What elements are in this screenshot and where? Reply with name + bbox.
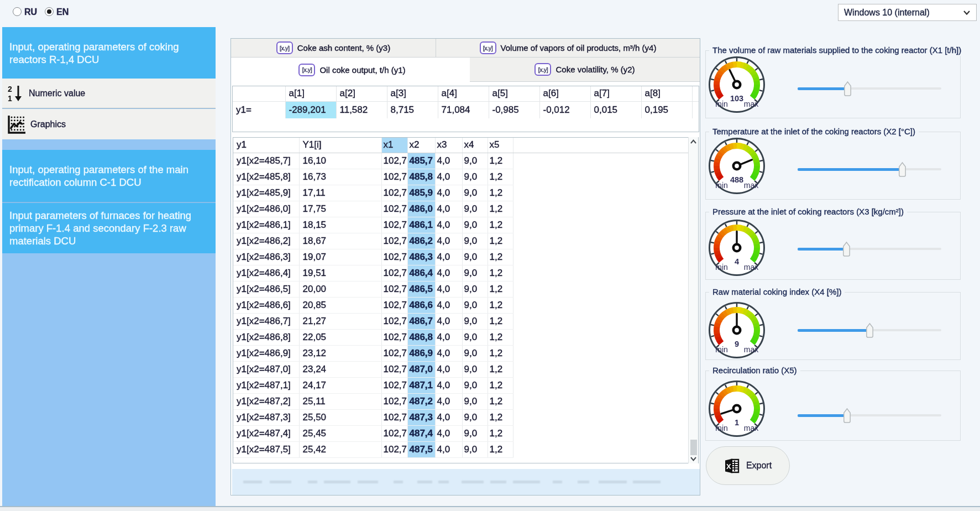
svg-text:min: min <box>715 345 728 354</box>
svg-text:1: 1 <box>735 418 739 427</box>
svg-text:min: min <box>715 263 728 272</box>
svg-text:9: 9 <box>735 340 739 348</box>
svg-text:103: 103 <box>730 94 743 103</box>
svg-text:max: max <box>744 181 758 190</box>
svg-text:min: min <box>715 181 728 190</box>
svg-text:4: 4 <box>735 257 739 266</box>
svg-text:min: min <box>715 100 728 108</box>
svg-text:max: max <box>744 263 758 272</box>
svg-text:max: max <box>744 100 758 108</box>
svg-text:max: max <box>744 345 758 354</box>
svg-text:488: 488 <box>730 175 743 184</box>
svg-text:2: 2 <box>8 85 12 93</box>
svg-text:1: 1 <box>8 94 12 103</box>
svg-text:min: min <box>715 424 728 432</box>
svg-text:max: max <box>744 424 758 432</box>
svg-text:X: X <box>726 462 731 471</box>
